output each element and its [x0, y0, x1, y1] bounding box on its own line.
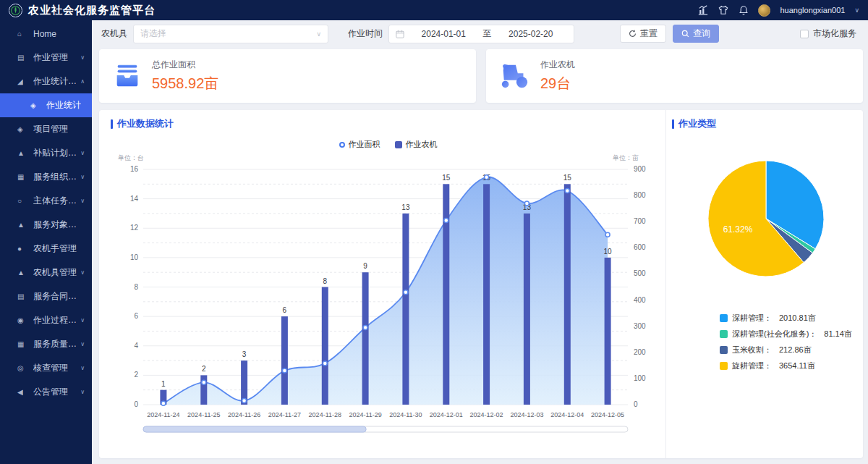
combo-chart-legend: 作业面积作业农机 — [111, 139, 665, 150]
svg-text:0: 0 — [634, 400, 638, 408]
pyramid-icon: ▲ — [17, 221, 28, 229]
svg-text:2024-11-25: 2024-11-25 — [187, 411, 220, 418]
sidebar-item-project-mgmt[interactable]: ◈项目管理 — [0, 117, 92, 141]
svg-text:2024-11-29: 2024-11-29 — [349, 411, 381, 418]
machine-select-placeholder: 请选择 — [140, 28, 166, 40]
svg-text:15: 15 — [442, 174, 451, 182]
sidebar-item-service-org-mgmt[interactable]: ▦服务组织管理∨ — [0, 165, 92, 189]
svg-text:400: 400 — [634, 296, 646, 304]
legend-item[interactable]: 作业面积 — [339, 139, 380, 150]
stat-card-total-area: 总作业面积 5958.92亩 — [99, 49, 476, 103]
sidebar-item-entity-task-mgmt[interactable]: ○主体任务管理∨ — [0, 189, 92, 213]
svg-text:10: 10 — [130, 253, 139, 261]
legend-swatch-icon — [720, 362, 728, 370]
chevron-down-icon: ∨ — [77, 174, 85, 180]
svg-text:800: 800 — [634, 191, 646, 199]
pie-legend-item[interactable]: 玉米收割：212.86亩 — [720, 345, 863, 355]
svg-text:900: 900 — [634, 165, 646, 173]
svg-text:8: 8 — [134, 283, 138, 291]
grid-icon: ▦ — [17, 340, 28, 348]
svg-text:2024-11-24: 2024-11-24 — [147, 411, 179, 418]
user-avatar[interactable] — [758, 4, 770, 17]
svg-text:2024-12-02: 2024-12-02 — [470, 411, 503, 418]
svg-text:2024-11-27: 2024-11-27 — [268, 411, 301, 418]
sidebar-item-job-stats-mgmt[interactable]: ◢作业统计管理∧ — [0, 69, 92, 93]
date-start-value[interactable]: 2024-01-01 — [407, 29, 480, 39]
datazoom-selected — [143, 426, 366, 432]
sidebar-item-subsidy-plan-mgmt[interactable]: ▲补贴计划管理∨ — [0, 141, 92, 165]
target-icon: ◉ — [17, 316, 28, 324]
sidebar-item-notice-mgmt[interactable]: ◀公告管理∨ — [0, 380, 92, 404]
market-service-checkbox[interactable]: 市场化服务 — [800, 28, 856, 40]
checkbox-icon[interactable] — [800, 30, 809, 38]
svg-text:13: 13 — [401, 203, 410, 211]
sidebar-item-job-stats[interactable]: ◈作业统计 — [0, 93, 92, 117]
svg-text:200: 200 — [634, 348, 646, 356]
combo-chart-title-row: 作业数据统计 — [111, 117, 665, 130]
home-icon: ⌂ — [17, 30, 28, 38]
svg-text:700: 700 — [634, 217, 646, 225]
sidebar-item-service-contract-mgmt[interactable]: ▤服务合同管理 — [0, 284, 92, 308]
chevron-down-icon: ∨ — [77, 54, 85, 61]
svg-text:15: 15 — [563, 174, 572, 182]
sidebar-item-service-target-mgmt[interactable]: ▲服务对象管理 — [0, 213, 92, 237]
legend-swatch-icon — [720, 314, 728, 322]
svg-text:16: 16 — [130, 165, 139, 173]
stat-value: 29台 — [540, 74, 575, 93]
svg-text:单位：台: 单位：台 — [118, 154, 144, 161]
svg-text:10: 10 — [604, 248, 613, 256]
stat-label: 作业农机 — [540, 59, 575, 71]
pie-chart-title-row: 作业类型 — [672, 117, 863, 130]
combo-chart-section: 作业数据统计 作业面积作业农机 单位：台单位：亩0246810121416010… — [99, 110, 665, 458]
reset-button[interactable]: 重置 — [620, 25, 666, 43]
svg-text:3: 3 — [242, 350, 247, 358]
svg-text:0: 0 — [134, 400, 138, 408]
doc-icon: ▤ — [17, 54, 28, 62]
pie-legend-item[interactable]: 深耕管理：2010.81亩 — [720, 313, 863, 324]
username[interactable]: huanglongxian001 — [780, 6, 845, 14]
statistics-icon[interactable] — [697, 5, 708, 16]
sidebar-item-inspection-mgmt[interactable]: ◎核查管理∨ — [0, 356, 92, 380]
legend-swatch-icon — [720, 330, 728, 338]
search-icon — [681, 30, 689, 38]
search-button[interactable]: 查询 — [673, 25, 719, 43]
square-marker-icon — [395, 141, 402, 148]
machine-select[interactable]: 请选择 ∨ — [133, 25, 328, 43]
market-service-label: 市场化服务 — [813, 28, 856, 40]
app-header: 农业社会化服务监管平台 huanglongxian001 ∨ — [0, 0, 868, 20]
pyramid-icon: ▲ — [17, 269, 28, 277]
date-range-input[interactable]: 2024-01-01 至 2025-02-20 — [388, 25, 574, 43]
machine-filter-label: 农机具 — [101, 28, 127, 40]
chevron-down-icon: ∨ — [77, 269, 85, 276]
combo-chart-title: 作业数据统计 — [117, 117, 174, 130]
sidebar-item-job-mgmt[interactable]: ▤作业管理∨ — [0, 46, 92, 69]
pie-legend-item[interactable]: 旋耕管理：3654.11亩 — [720, 360, 863, 371]
tractor-icon — [499, 61, 531, 91]
sidebar-item-operator-mgmt[interactable]: ●农机手管理 — [0, 237, 92, 261]
legend-item[interactable]: 作业农机 — [395, 139, 438, 150]
ring-marker-icon — [339, 142, 345, 148]
chevron-down-icon: ∨ — [77, 150, 85, 156]
legend-swatch-icon — [720, 346, 728, 354]
stat-card-machines: 作业农机 29台 — [486, 49, 863, 103]
bell-icon[interactable] — [738, 5, 749, 16]
chevron-down-icon: ∨ — [77, 389, 85, 395]
svg-text:2024-12-01: 2024-12-01 — [430, 411, 463, 418]
stat-value: 5958.92亩 — [152, 74, 218, 93]
time-filter-label: 作业时间 — [348, 28, 383, 40]
sidebar-item-service-eval-mgmt[interactable]: ▦服务质量评价管理∨ — [0, 332, 92, 356]
chevron-down-icon[interactable]: ∨ — [854, 7, 859, 14]
sidebar-item-job-process-mgmt[interactable]: ◉作业过程管理∨ — [0, 308, 92, 332]
pie-chart-title: 作业类型 — [678, 117, 716, 130]
chevron-down-icon: ∨ — [316, 30, 321, 38]
theme-shirt-icon[interactable] — [718, 5, 728, 16]
sidebar-item-home[interactable]: ⌂Home — [0, 22, 92, 46]
svg-text:9: 9 — [363, 262, 367, 270]
svg-text:4: 4 — [134, 342, 138, 350]
sidebar-item-machine-mgmt[interactable]: ▲农机具管理∨ — [0, 261, 92, 284]
filter-bar: 农机具 请选择 ∨ 作业时间 2024-01-01 至 2025-02-20 重… — [101, 24, 856, 43]
pie-legend-item[interactable]: 深耕管理(社会化服务)：81.14亩 — [720, 329, 863, 339]
date-end-value[interactable]: 2025-02-20 — [495, 29, 568, 39]
stat-cards: 总作业面积 5958.92亩 作业农机 29台 — [99, 49, 863, 103]
chevron-up-icon: ∧ — [77, 78, 85, 85]
